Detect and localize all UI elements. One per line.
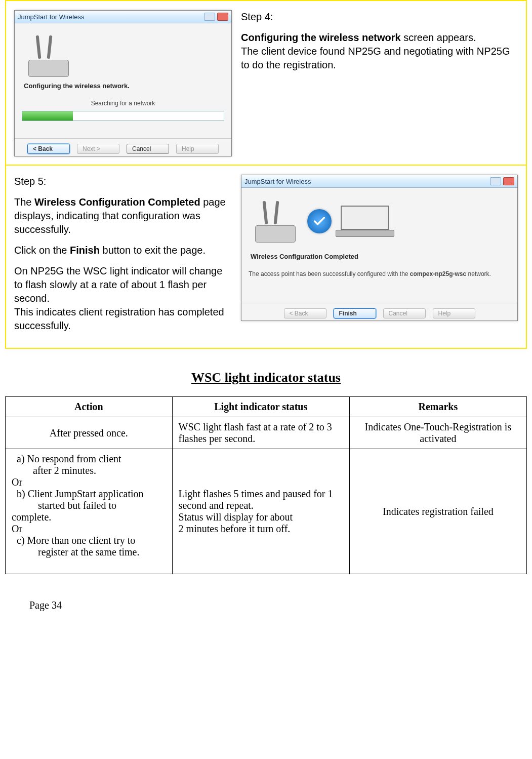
window-titlebar: JumpStart for Wireless — [241, 175, 517, 188]
help-icon[interactable] — [204, 13, 215, 21]
cancel-button[interactable]: Cancel — [127, 144, 169, 154]
cfg-complete-desc: The access point has been successfully c… — [249, 270, 510, 277]
close-icon[interactable] — [217, 13, 228, 21]
step4-figure: JumpStart for Wireless Configuring the w… — [14, 10, 232, 156]
window-title-text: JumpStart for Wireless — [244, 178, 311, 185]
close-icon[interactable] — [503, 177, 514, 185]
step5-row: Step 5: The Wireless Configuration Compl… — [5, 165, 527, 349]
step5-label: Step 5: — [14, 175, 232, 188]
finish-button[interactable]: Finish — [334, 308, 376, 318]
step4-bold: Configuring the wireless network — [241, 32, 401, 43]
r1-remarks: Indicates One-Touch-Registration is acti… — [349, 417, 526, 449]
table-header-row: Action Light indicator status Remarks — [6, 397, 527, 417]
help-button[interactable]: Help — [433, 308, 475, 318]
table-row: After pressed once. WSC light flash fast… — [6, 417, 527, 449]
step4-heading: Configuring the wireless network screen … — [241, 31, 518, 45]
router-icon — [253, 197, 298, 243]
r1-action: After pressed once. — [6, 417, 173, 449]
cancel-button[interactable]: Cancel — [383, 308, 426, 318]
r2-remarks: Indicates registration failed — [349, 449, 526, 574]
next-button[interactable]: Next > — [77, 144, 119, 154]
step5-p2: Click on the Finish button to exit the p… — [14, 244, 232, 257]
step5-p1: The Wireless Configuration Completed pag… — [14, 195, 232, 236]
jumpstart-window-step4: JumpStart for Wireless Configuring the w… — [14, 10, 232, 156]
status-table: Action Light indicator status Remarks Af… — [5, 396, 527, 574]
step5-p3: On NP25G the WSC light indicator will ch… — [14, 264, 232, 305]
table-row: a) No respond from client after 2 minute… — [6, 449, 527, 574]
th-status: Light indicator status — [172, 397, 349, 417]
th-remarks: Remarks — [349, 397, 526, 417]
step4-label: Step 4: — [241, 10, 518, 24]
window-titlebar: JumpStart for Wireless — [15, 11, 231, 23]
r2-action: a) No respond from client after 2 minute… — [6, 449, 173, 574]
search-caption: Searching for a network — [22, 100, 224, 107]
laptop-icon — [341, 206, 389, 237]
check-ok-icon — [307, 209, 332, 233]
step5-text: Step 5: The Wireless Configuration Compl… — [14, 175, 232, 340]
step5-figure: JumpStart for Wireless Wireless Configu — [241, 175, 518, 321]
step4-desc: The client device found NP25G and negoti… — [241, 45, 518, 72]
cfg-complete-header: Wireless Configuration Completed — [251, 253, 508, 260]
cfg-header-text: Configuring the wireless network. — [24, 82, 222, 90]
help-button[interactable]: Help — [176, 144, 219, 154]
step4-row: JumpStart for Wireless Configuring the w… — [5, 0, 527, 166]
back-button[interactable]: < Back — [284, 308, 326, 318]
window-title-text: JumpStart for Wireless — [18, 13, 84, 21]
step4-text: Step 4: Configuring the wireless network… — [241, 10, 518, 79]
help-icon[interactable] — [490, 177, 501, 185]
r1-status: WSC light flash fast at a rate of 2 to 3… — [172, 417, 349, 449]
progress-bar — [22, 111, 224, 121]
back-button[interactable]: < Back — [27, 144, 70, 154]
page-number: Page 34 — [29, 600, 527, 611]
step5-p4: This indicates client registration has c… — [14, 305, 232, 333]
router-icon — [26, 31, 71, 77]
r2-status: Light flashes 5 times and paused for 1 s… — [172, 449, 349, 574]
th-action: Action — [6, 397, 173, 417]
table-title: WSC light indicator status — [5, 370, 527, 385]
jumpstart-window-step5: JumpStart for Wireless Wireless Configu — [241, 175, 518, 321]
